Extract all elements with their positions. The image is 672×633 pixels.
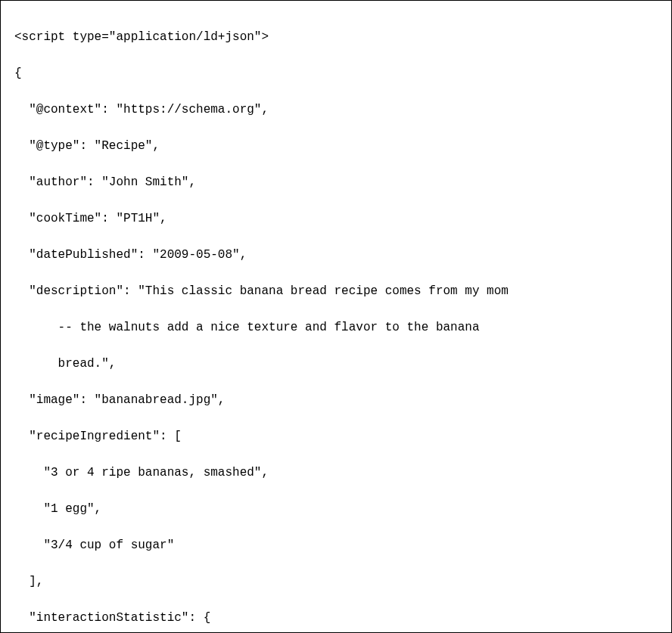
code-block: <script type="application/ld+json"> { "@… bbox=[0, 0, 672, 633]
code-line: <script type="application/ld+json"> bbox=[14, 28, 658, 46]
code-line: "cookTime": "PT1H", bbox=[14, 209, 658, 228]
code-line: "3 or 4 ripe bananas, smashed", bbox=[14, 464, 658, 482]
code-line: "1 egg", bbox=[14, 500, 658, 518]
code-line: "@type": "Recipe", bbox=[14, 137, 658, 155]
code-line: "interactionStatistic": { bbox=[14, 609, 658, 627]
code-line: "recipeIngredient": [ bbox=[14, 427, 658, 445]
code-line: "image": "bananabread.jpg", bbox=[14, 391, 658, 409]
code-line: "datePublished": "2009-05-08", bbox=[14, 246, 658, 264]
code-line: { bbox=[14, 64, 658, 82]
code-line: ], bbox=[14, 572, 658, 591]
code-line: "description": "This classic banana brea… bbox=[14, 282, 658, 300]
code-line: "3/4 cup of sugar" bbox=[14, 536, 658, 554]
code-line-wrap: bread.", bbox=[14, 355, 658, 373]
code-line-wrap: -- the walnuts add a nice texture and fl… bbox=[14, 318, 658, 337]
code-line: "@context": "https://schema.org", bbox=[14, 101, 658, 119]
code-line: "author": "John Smith", bbox=[14, 173, 658, 191]
